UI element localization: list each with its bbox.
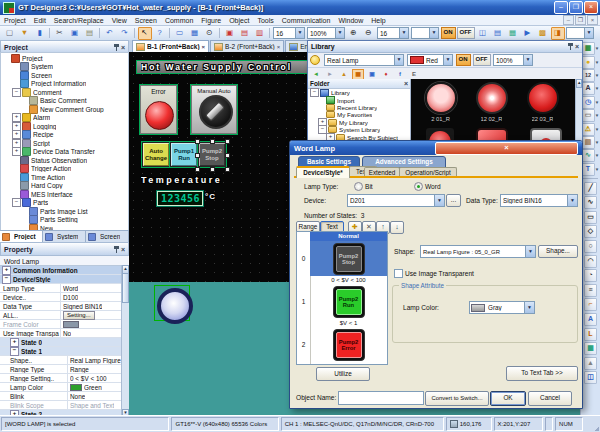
menu-search-replace[interactable]: Search/Replace <box>50 17 108 24</box>
selection-handle[interactable] <box>195 153 200 158</box>
shape-select[interactable]: Real Lamp Figure : 05_0_GR▼ <box>420 245 536 258</box>
menu-project[interactable]: Project <box>0 17 30 24</box>
state-row-0[interactable]: 0Pump2Stop <box>297 241 387 276</box>
chevron-down-icon[interactable]: ▼ <box>595 100 600 105</box>
temperature-display-object[interactable]: 123456 <box>157 191 203 206</box>
chevron-down-icon[interactable]: ▼ <box>595 73 600 78</box>
undo-icon[interactable]: ↶ <box>103 27 117 40</box>
child-restore-button[interactable]: ❐ <box>575 15 586 25</box>
menu-help[interactable]: Help <box>367 17 389 24</box>
copy-icon[interactable]: ▣ <box>366 69 378 80</box>
project-tree-item-project-information[interactable]: Project Information <box>1 80 128 89</box>
project-tree-item-trigger-action[interactable]: Trigger Action <box>1 165 128 174</box>
device-list-icon[interactable]: ▤ <box>491 27 505 40</box>
property-row-device[interactable]: Device..D100 <box>0 293 122 302</box>
lamp-tool[interactable]: ●▼ <box>582 55 600 68</box>
screen-preview-icon[interactable]: ▭ <box>173 27 187 40</box>
back-icon[interactable]: ▥ <box>253 27 267 40</box>
ok-button[interactable]: OK <box>490 391 526 406</box>
expand-icon[interactable]: + <box>12 147 21 156</box>
copy-icon[interactable]: ▣ <box>68 27 82 40</box>
library-close-icon[interactable]: × <box>575 43 579 50</box>
setting-button[interactable]: Setting... <box>63 311 95 320</box>
image-transparent-checkbox[interactable] <box>394 269 403 278</box>
project-tree-item-parts-image-list[interactable]: Parts Image List <box>1 207 128 216</box>
up-folder-icon[interactable]: ▲ <box>338 69 350 80</box>
screen-list-icon[interactable]: ▦ <box>188 27 202 40</box>
state-number-combo[interactable]: 16▼ <box>273 27 305 39</box>
menu-screen[interactable]: Screen <box>131 17 161 24</box>
state-row-2[interactable]: 2Pump2Error <box>297 327 387 362</box>
menu-object[interactable]: Object <box>225 17 253 24</box>
chevron-down-icon[interactable]: ▼ <box>595 86 600 91</box>
project-tree-item-parts-setting[interactable]: Parts Setting <box>1 216 128 225</box>
register-favorite-icon[interactable]: ♦ <box>380 69 392 80</box>
property-category-common-information[interactable]: +Common Information <box>0 266 122 275</box>
image-tool[interactable]: ▦ <box>584 341 597 356</box>
library-item-12-02-r[interactable]: 12 02_R <box>466 82 517 126</box>
child-minimize-button[interactable]: – <box>563 15 574 25</box>
piping-tool[interactable]: ⌐ <box>584 298 597 313</box>
temperature-label[interactable]: Temperature <box>141 175 222 185</box>
simulator-icon[interactable]: ▶ <box>521 27 535 40</box>
tab-b-2-front-back[interactable]: B-2 (Front+Back)× <box>210 40 284 52</box>
radio-word[interactable]: Word <box>414 182 441 191</box>
collapse-icon[interactable]: − <box>2 275 11 284</box>
ascii-display-tool[interactable]: A▼ <box>582 82 600 95</box>
front-icon[interactable]: ▤ <box>238 27 252 40</box>
project-tree-item-recipe[interactable]: +Recipe <box>1 131 128 140</box>
selection-handle[interactable] <box>195 167 200 172</box>
project-tree-item-alarm[interactable]: +Alarm <box>1 114 128 123</box>
radio-bit[interactable]: Bit <box>354 182 373 191</box>
canvas-button-auto-change[interactable]: AutoChange <box>142 142 170 167</box>
project-tree-item-hard-copy[interactable]: Hard Copy <box>1 182 128 191</box>
menu-tools[interactable]: Tools <box>253 17 277 24</box>
panel-close-icon[interactable]: × <box>121 246 125 253</box>
library-item-2-01-r[interactable]: 2 01_R <box>415 82 466 126</box>
library-color-select[interactable]: Red▼ <box>407 54 453 66</box>
grid-size-combo[interactable]: 16▼ <box>377 27 409 39</box>
device-browse-button[interactable]: ... <box>446 194 461 207</box>
project-tree-item-new-comment-group[interactable]: New Comment Group <box>1 105 128 114</box>
cut-icon[interactable]: ✂ <box>53 27 67 40</box>
save-icon[interactable]: ▮ <box>33 27 47 40</box>
property-row-shape[interactable]: Shape..Real Lamp Figure <box>0 356 122 365</box>
zoom-in-icon[interactable]: ⊕ <box>347 27 361 40</box>
help-icon[interactable]: ? <box>153 27 167 40</box>
chevron-down-icon[interactable]: ▼ <box>595 113 600 118</box>
property-row-blink[interactable]: BlinkNone <box>0 392 122 401</box>
to-text-tab-button[interactable]: To Text Tab >> <box>506 366 578 381</box>
canvas-button-pump2-stop[interactable]: Pump2Stop <box>198 142 226 167</box>
zoom-level-combo[interactable]: 100%▼ <box>307 27 345 39</box>
zoom-out-icon[interactable]: ⊖ <box>362 27 376 40</box>
expand-icon[interactable]: + <box>2 266 11 275</box>
parts-display-tool[interactable]: T▼ <box>582 163 600 176</box>
tab-close-icon[interactable]: × <box>202 44 206 50</box>
panel-close-icon[interactable]: × <box>121 44 125 51</box>
screen-image-icon[interactable]: ▩ <box>536 27 550 40</box>
autohide-pin-icon[interactable] <box>114 246 119 253</box>
large-icons-icon[interactable]: ▦ <box>352 69 364 80</box>
menu-edit[interactable]: Edit <box>30 17 50 24</box>
library-off-button[interactable]: OFF <box>473 54 491 66</box>
project-tree-item-parts[interactable]: −Parts <box>1 199 128 208</box>
paste-icon[interactable]: ▤ <box>83 27 97 40</box>
data-type-select[interactable]: Signed BIN16▼ <box>500 194 578 207</box>
property-row-all[interactable]: ALL..Setting... <box>0 311 122 320</box>
device-on-button[interactable]: ON <box>441 27 456 39</box>
grid-color-combo[interactable]: ▼ <box>411 27 439 39</box>
property-row-lamp-type[interactable]: Lamp TypeWord <box>0 284 122 293</box>
property-row-range-setting[interactable]: Range Setting..0 < $V < 100 <box>0 374 122 383</box>
switch-tool[interactable]: ▦▼ <box>582 42 600 55</box>
device-off-button[interactable]: OFF <box>457 27 475 39</box>
menu-common[interactable]: Common <box>161 17 197 24</box>
arc-tool[interactable]: ◠ <box>584 254 597 269</box>
panel-tab-project[interactable]: Project <box>0 231 43 242</box>
selection-handle[interactable] <box>195 139 200 144</box>
forward-icon[interactable]: ► <box>324 69 336 80</box>
close-button[interactable]: × <box>584 1 598 14</box>
chevron-down-icon[interactable]: ▼ <box>595 140 600 145</box>
rectangle-tool[interactable]: ▭ <box>584 210 597 225</box>
collapse-icon[interactable]: − <box>10 347 19 356</box>
scroll-up-icon[interactable]: ▲ <box>576 79 582 88</box>
